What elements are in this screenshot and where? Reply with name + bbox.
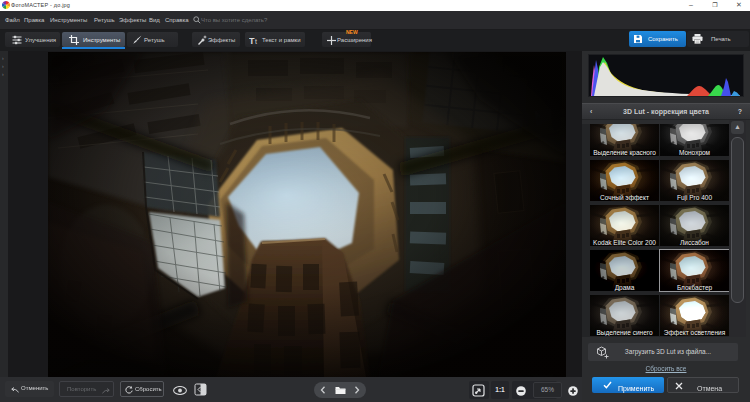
svg-text:t: t	[255, 38, 257, 45]
